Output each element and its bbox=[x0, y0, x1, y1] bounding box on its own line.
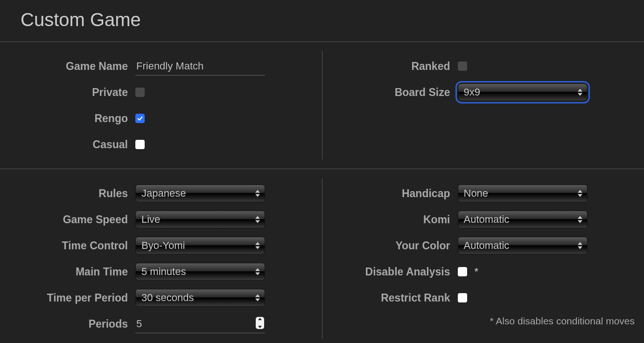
row-board-size: Board Size 9x9 bbox=[322, 79, 644, 105]
chevron-updown-icon bbox=[578, 242, 582, 249]
chevron-down-icon bbox=[258, 326, 262, 328]
section-basic: Game Name Private Rengo Casual bbox=[0, 42, 644, 169]
row-casual: Casual bbox=[0, 131, 322, 158]
time-control-value: Byo-Yomi bbox=[141, 240, 185, 252]
main-time-value: 5 minutes bbox=[141, 266, 186, 278]
rules-label: Rules bbox=[0, 187, 135, 200]
game-speed-select[interactable]: Live bbox=[135, 211, 265, 228]
chevron-updown-icon bbox=[255, 295, 260, 302]
row-time-per-period: Time per Period 30 seconds bbox=[0, 285, 322, 311]
private-checkbox[interactable] bbox=[135, 88, 145, 97]
row-private: Private bbox=[0, 79, 322, 105]
board-size-select[interactable]: 9x9 bbox=[458, 83, 588, 101]
time-per-period-value: 30 seconds bbox=[141, 292, 194, 304]
periods-input[interactable] bbox=[135, 315, 265, 333]
chevron-updown-icon bbox=[578, 216, 582, 223]
check-icon bbox=[137, 115, 143, 122]
col-left-2: Rules Japanese Game Speed Live Time Cont… bbox=[0, 169, 322, 343]
rengo-checkbox[interactable] bbox=[135, 114, 145, 123]
game-speed-label: Game Speed bbox=[0, 213, 135, 226]
komi-value: Automatic bbox=[464, 213, 510, 226]
casual-checkbox[interactable] bbox=[135, 140, 145, 149]
row-komi: Komi Automatic bbox=[322, 206, 644, 233]
asterisk-icon: * bbox=[472, 266, 479, 278]
section-advanced: Rules Japanese Game Speed Live Time Cont… bbox=[0, 169, 644, 343]
restrict-rank-label: Restrict Rank bbox=[322, 292, 458, 304]
chevron-updown-icon bbox=[255, 190, 260, 197]
board-size-value: 9x9 bbox=[464, 86, 480, 98]
row-your-color: Your Color Automatic bbox=[322, 233, 644, 259]
col-right-1: Ranked Board Size 9x9 bbox=[322, 42, 644, 169]
rules-value: Japanese bbox=[141, 187, 186, 199]
row-restrict-rank: Restrict Rank bbox=[322, 285, 644, 311]
row-rengo: Rengo bbox=[0, 105, 322, 131]
casual-label: Casual bbox=[0, 138, 135, 151]
row-periods: Periods bbox=[0, 311, 322, 337]
chevron-updown-icon bbox=[255, 242, 260, 249]
page-title: Custom Game bbox=[0, 0, 644, 41]
board-size-label: Board Size bbox=[322, 86, 458, 99]
restrict-rank-checkbox[interactable] bbox=[458, 293, 467, 302]
row-ranked: Ranked bbox=[322, 53, 644, 79]
row-disable-analysis: Disable Analysis * bbox=[322, 259, 644, 285]
komi-label: Komi bbox=[322, 213, 458, 226]
ranked-checkbox[interactable] bbox=[458, 62, 467, 71]
rengo-label: Rengo bbox=[0, 112, 135, 125]
private-label: Private bbox=[0, 86, 135, 99]
game-speed-value: Live bbox=[141, 213, 160, 226]
handicap-select[interactable]: None bbox=[458, 185, 588, 202]
disable-analysis-label: Disable Analysis bbox=[322, 266, 458, 278]
row-handicap: Handicap None bbox=[322, 180, 644, 206]
disable-analysis-checkbox[interactable] bbox=[458, 267, 467, 276]
periods-label: Periods bbox=[0, 318, 135, 330]
footnote-text: * Also disables conditional moves bbox=[322, 311, 644, 327]
game-name-input[interactable] bbox=[135, 57, 265, 75]
time-control-label: Time Control bbox=[0, 240, 135, 252]
row-game-name: Game Name bbox=[0, 53, 322, 79]
your-color-value: Automatic bbox=[464, 240, 510, 252]
time-per-period-select[interactable]: 30 seconds bbox=[135, 289, 265, 307]
chevron-updown-icon bbox=[578, 89, 582, 96]
komi-select[interactable]: Automatic bbox=[458, 211, 588, 228]
handicap-label: Handicap bbox=[322, 187, 458, 200]
handicap-value: None bbox=[464, 187, 489, 199]
your-color-select[interactable]: Automatic bbox=[458, 237, 588, 254]
row-rules: Rules Japanese bbox=[0, 180, 322, 206]
ranked-label: Ranked bbox=[322, 60, 458, 73]
row-speed: Game Speed Live bbox=[0, 206, 322, 233]
main-time-label: Main Time bbox=[0, 266, 135, 278]
row-main-time: Main Time 5 minutes bbox=[0, 259, 322, 285]
col-left-1: Game Name Private Rengo Casual bbox=[0, 42, 322, 169]
periods-stepper[interactable] bbox=[256, 317, 264, 329]
your-color-label: Your Color bbox=[322, 240, 458, 252]
col-right-2: Handicap None Komi Automatic Your Color bbox=[322, 169, 644, 343]
main-time-select[interactable]: 5 minutes bbox=[135, 263, 265, 281]
time-per-period-label: Time per Period bbox=[0, 292, 135, 304]
rules-select[interactable]: Japanese bbox=[135, 185, 265, 202]
chevron-updown-icon bbox=[255, 268, 260, 275]
chevron-updown-icon bbox=[578, 190, 582, 197]
game-name-label: Game Name bbox=[0, 60, 135, 73]
row-time-control: Time Control Byo-Yomi bbox=[0, 233, 322, 259]
chevron-updown-icon bbox=[255, 216, 260, 223]
chevron-up-icon bbox=[258, 318, 262, 320]
time-control-select[interactable]: Byo-Yomi bbox=[135, 237, 265, 254]
